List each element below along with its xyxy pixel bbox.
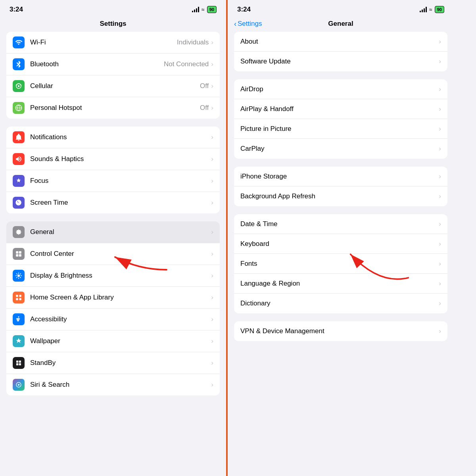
- hotspot-row[interactable]: Personal Hotspot Off ›: [6, 97, 220, 119]
- svg-rect-11: [16, 295, 18, 297]
- general-row[interactable]: General ›: [6, 221, 220, 243]
- general-chevron: ›: [211, 228, 213, 236]
- keyboard-label: Keyboard: [240, 240, 439, 248]
- standby-label: StandBy: [30, 359, 211, 367]
- screentime-row[interactable]: Screen Time ›: [6, 192, 220, 213]
- vpn-group: VPN & Device Management ›: [234, 321, 447, 341]
- homescreen-row[interactable]: Home Screen & App Library ›: [6, 287, 220, 309]
- hotspot-chevron: ›: [211, 104, 213, 112]
- softwareupdate-row[interactable]: Software Update ›: [234, 52, 447, 71]
- svg-rect-7: [19, 251, 21, 253]
- right-status-icons: ≈ 90: [420, 6, 444, 13]
- focus-row[interactable]: Focus ›: [6, 170, 220, 192]
- accessibility-chevron: ›: [211, 315, 213, 323]
- about-row[interactable]: About ›: [234, 32, 447, 52]
- svg-rect-6: [16, 251, 18, 253]
- homescreen-chevron: ›: [211, 294, 213, 301]
- language-chevron: ›: [439, 280, 441, 288]
- bluetooth-row[interactable]: Bluetooth Not Connected ›: [6, 54, 220, 75]
- right-nav-header: ‹ Settings General: [228, 17, 454, 32]
- right-signal-bars: [420, 7, 427, 12]
- carplay-row[interactable]: CarPlay ›: [234, 139, 447, 159]
- storage-row[interactable]: iPhone Storage ›: [234, 167, 447, 186]
- left-nav-title: Settings: [100, 20, 126, 28]
- airdrop-row[interactable]: AirDrop ›: [234, 79, 447, 99]
- left-status-bar: 3:24 ≈ 90: [0, 0, 226, 17]
- siri-row[interactable]: Siri & Search ›: [6, 374, 220, 395]
- accessibility-row[interactable]: Accessibility ›: [6, 309, 220, 330]
- about-chevron: ›: [439, 38, 441, 46]
- standby-row[interactable]: StandBy ›: [6, 352, 220, 374]
- display-chevron: ›: [211, 272, 213, 280]
- wifi-icon: ≈: [202, 6, 205, 13]
- wallpaper-chevron: ›: [211, 337, 213, 345]
- vpn-row[interactable]: VPN & Device Management ›: [234, 321, 447, 341]
- pip-row[interactable]: Picture in Picture ›: [234, 119, 447, 139]
- sounds-chevron: ›: [211, 155, 213, 163]
- bgrefresh-row[interactable]: Background App Refresh ›: [234, 186, 447, 206]
- bluetooth-value: Not Connected: [164, 60, 209, 68]
- svg-rect-14: [19, 298, 21, 300]
- sounds-row[interactable]: Sounds & Haptics ›: [6, 148, 220, 170]
- wifi-label: Wi-Fi: [30, 38, 177, 46]
- airdrop-chevron: ›: [439, 85, 441, 93]
- svg-line-3: [17, 64, 19, 66]
- focus-icon-bg: [13, 175, 25, 187]
- fonts-row[interactable]: Fonts ›: [234, 254, 447, 274]
- svg-rect-19: [19, 363, 21, 365]
- wifi-value: Individuals: [177, 38, 209, 46]
- notifications-row[interactable]: Notifications ›: [6, 127, 220, 148]
- storage-label: iPhone Storage: [240, 173, 439, 180]
- controlcenter-label: Control Center: [30, 250, 211, 258]
- homescreen-label: Home Screen & App Library: [30, 294, 211, 301]
- svg-rect-12: [19, 295, 21, 297]
- svg-rect-17: [19, 361, 21, 363]
- standby-chevron: ›: [211, 359, 213, 367]
- homescreen-icon-bg: [13, 292, 25, 303]
- wifi-row[interactable]: Wi-Fi Individuals ›: [6, 32, 220, 54]
- back-chevron-icon: ‹: [234, 20, 236, 28]
- cellular-icon-bg: [13, 80, 25, 92]
- language-label: Language & Region: [240, 280, 439, 288]
- hotspot-value: Off: [200, 104, 209, 112]
- screentime-label: Screen Time: [30, 199, 211, 207]
- screentime-icon-bg: [13, 197, 25, 209]
- right-time: 3:24: [237, 6, 251, 13]
- back-button[interactable]: ‹ Settings: [234, 20, 262, 28]
- svg-rect-13: [16, 298, 18, 300]
- bgrefresh-label: Background App Refresh: [240, 192, 439, 200]
- left-panel: 3:24 ≈ 90 Settings: [0, 0, 226, 476]
- cellular-value: Off: [200, 82, 209, 90]
- datetime-row[interactable]: Date & Time ›: [234, 214, 447, 234]
- bluetooth-chevron: ›: [211, 60, 213, 68]
- display-row[interactable]: Display & Brightness ›: [6, 265, 220, 287]
- wallpaper-row[interactable]: Wallpaper ›: [6, 330, 220, 352]
- datetime-label: Date & Time: [240, 220, 439, 228]
- language-row[interactable]: Language & Region ›: [234, 274, 447, 294]
- sharing-group: AirDrop › AirPlay & Handoff › Picture in…: [234, 79, 447, 159]
- siri-icon-bg: [13, 379, 25, 391]
- controlcenter-row[interactable]: Control Center ›: [6, 243, 220, 265]
- focus-label: Focus: [30, 177, 211, 185]
- right-content: About › Software Update › AirDrop › AirP…: [228, 32, 454, 476]
- accessibility-icon-bg: [13, 313, 25, 325]
- cellular-chevron: ›: [211, 82, 213, 90]
- right-panel: 3:24 ≈ 90 ‹ Settings General About ›: [228, 0, 454, 476]
- cellular-row[interactable]: Cellular Off ›: [6, 75, 220, 97]
- dictionary-label: Dictionary: [240, 299, 439, 307]
- display-icon-bg: [13, 270, 25, 282]
- airdrop-label: AirDrop: [240, 85, 439, 93]
- carplay-chevron: ›: [439, 145, 441, 153]
- fonts-chevron: ›: [439, 260, 441, 268]
- notifications-chevron: ›: [211, 133, 213, 141]
- svg-rect-16: [16, 361, 18, 363]
- svg-rect-8: [16, 254, 18, 257]
- svg-point-15: [18, 317, 19, 318]
- dictionary-row[interactable]: Dictionary ›: [234, 294, 447, 313]
- datetime-group: Date & Time › Keyboard › Fonts › Languag…: [234, 214, 447, 313]
- wallpaper-label: Wallpaper: [30, 337, 211, 345]
- keyboard-row[interactable]: Keyboard ›: [234, 234, 447, 254]
- airplay-row[interactable]: AirPlay & Handoff ›: [234, 99, 447, 119]
- controlcenter-chevron: ›: [211, 250, 213, 258]
- controlcenter-icon-bg: [13, 248, 25, 260]
